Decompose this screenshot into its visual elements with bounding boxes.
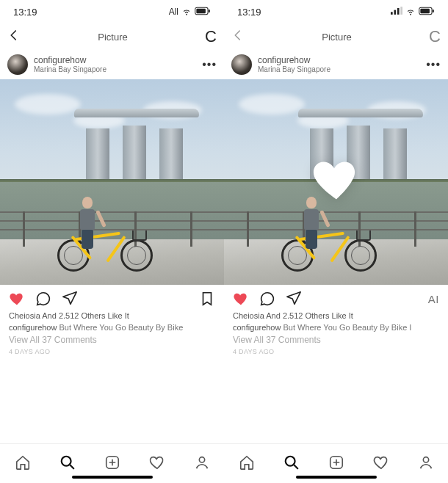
tab-new-post-icon[interactable] <box>104 454 120 473</box>
view-comments[interactable]: View All 37 Comments <box>224 333 448 346</box>
tab-bar <box>224 443 448 483</box>
tab-profile-icon[interactable] <box>194 454 210 473</box>
home-indicator[interactable] <box>296 476 377 479</box>
tab-profile-icon[interactable] <box>418 454 434 473</box>
caption-line[interactable]: configurehow But Where You Go Beauty By … <box>0 322 224 333</box>
page-title: Picture <box>245 32 429 43</box>
caption-username: configurehow <box>9 323 57 332</box>
tab-search-icon[interactable] <box>283 454 300 473</box>
svg-rect-6 <box>391 12 393 15</box>
comment-icon[interactable] <box>35 291 51 307</box>
more-icon[interactable]: ••• <box>202 58 217 71</box>
status-time: 13:19 <box>13 7 37 18</box>
post-user-block[interactable]: configurehow Marina Bay Singapore <box>34 56 196 73</box>
phone-right: 13:19 Picture C configurehow Marina Bay … <box>224 0 448 483</box>
bookmark-icon[interactable] <box>199 291 215 307</box>
post-location: Marina Bay Singapore <box>34 65 196 73</box>
network-label: All <box>169 7 178 17</box>
caption-username: configurehow <box>233 323 281 332</box>
more-icon[interactable]: ••• <box>426 58 441 71</box>
avatar[interactable] <box>7 54 28 75</box>
tab-activity-icon[interactable] <box>373 454 389 473</box>
post-username: configurehow <box>34 56 196 65</box>
avatar[interactable] <box>231 54 252 75</box>
signal-icon <box>391 7 402 17</box>
battery-icon <box>195 7 211 18</box>
tab-search-icon[interactable] <box>59 454 76 473</box>
home-indicator[interactable] <box>72 476 153 479</box>
phone-left: 13:19 All Picture C configurehow Marina … <box>0 0 224 483</box>
svg-point-5 <box>199 457 204 462</box>
view-comments[interactable]: View All 37 Comments <box>0 333 224 346</box>
share-icon[interactable] <box>62 291 78 307</box>
time-ago: 4 DAYS AGO <box>224 346 448 361</box>
post-actions <box>0 285 224 310</box>
svg-rect-11 <box>420 8 430 12</box>
bookmark-label[interactable]: AI <box>428 293 439 305</box>
page-title: Picture <box>21 32 205 43</box>
nav-bar: Picture C <box>224 23 448 50</box>
caption-text: But Where You Go Beauty By Bike <box>57 323 183 332</box>
likes-line[interactable]: Cheiosia And 2.512 Others Like It <box>224 310 448 322</box>
svg-rect-1 <box>196 8 206 12</box>
time-ago: 4 DAYS AGO <box>0 346 224 361</box>
svg-rect-2 <box>209 10 210 12</box>
content-area[interactable]: configurehow Marina Bay Singapore ••• <box>224 50 448 483</box>
tab-home-icon[interactable] <box>15 454 31 473</box>
likes-line[interactable]: Cheiosia And 2.512 Others Like It <box>0 310 224 322</box>
status-icons <box>391 6 435 18</box>
post-image[interactable] <box>224 79 448 285</box>
share-icon[interactable] <box>286 291 302 307</box>
heart-overlay-icon <box>307 153 366 206</box>
comment-icon[interactable] <box>259 291 275 307</box>
post-header: configurehow Marina Bay Singapore ••• <box>224 50 448 79</box>
svg-rect-12 <box>433 10 434 12</box>
battery-icon <box>419 7 435 18</box>
nav-bar: Picture C <box>0 23 224 50</box>
post-header: configurehow Marina Bay Singapore ••• <box>0 50 224 79</box>
like-icon[interactable] <box>9 291 25 307</box>
back-icon[interactable] <box>231 29 245 45</box>
svg-rect-9 <box>400 7 402 15</box>
svg-rect-8 <box>397 8 400 15</box>
tab-activity-icon[interactable] <box>149 454 165 473</box>
refresh-icon[interactable]: C <box>205 27 217 46</box>
status-bar: 13:19 <box>224 0 448 23</box>
status-bar: 13:19 All <box>0 0 224 23</box>
post-image[interactable] <box>0 79 224 285</box>
wifi-icon <box>181 6 192 18</box>
svg-rect-7 <box>394 10 396 15</box>
caption-line[interactable]: configurehow But Where You Go Beauty By … <box>224 322 448 333</box>
svg-point-15 <box>423 457 428 462</box>
back-icon[interactable] <box>7 29 21 45</box>
wifi-icon <box>405 6 416 18</box>
tab-new-post-icon[interactable] <box>328 454 344 473</box>
status-icons: All <box>169 6 211 18</box>
post-username: configurehow <box>258 56 420 65</box>
like-icon[interactable] <box>233 291 249 307</box>
post-actions: AI <box>224 285 448 310</box>
post-user-block[interactable]: configurehow Marina Bay Singapore <box>258 56 420 73</box>
tab-home-icon[interactable] <box>239 454 255 473</box>
post-location: Marina Bay Singapore <box>258 65 420 73</box>
status-time: 13:19 <box>237 7 261 18</box>
content-area[interactable]: configurehow Marina Bay Singapore ••• <box>0 50 224 483</box>
caption-text: But Where You Go Beauty By Bike I <box>281 323 411 332</box>
tab-bar <box>0 443 224 483</box>
refresh-icon[interactable]: C <box>429 27 441 46</box>
